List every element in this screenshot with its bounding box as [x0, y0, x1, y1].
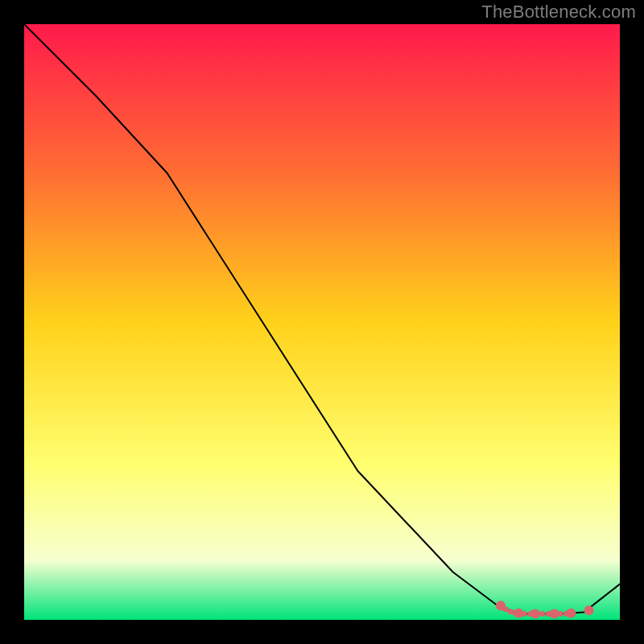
marker-point	[584, 605, 594, 615]
marker-point	[530, 609, 540, 619]
chart-svg	[24, 24, 620, 620]
marker-point	[522, 611, 527, 617]
gradient-background	[24, 24, 620, 620]
marker-point	[539, 611, 545, 617]
marker-point	[507, 609, 513, 614]
watermark-label: TheBottleneck.com	[481, 2, 636, 23]
marker-point	[502, 606, 508, 612]
plot-area	[24, 24, 620, 620]
chart-frame: TheBottleneck.com	[0, 0, 644, 644]
marker-point	[558, 611, 564, 617]
marker-point	[566, 609, 576, 618]
